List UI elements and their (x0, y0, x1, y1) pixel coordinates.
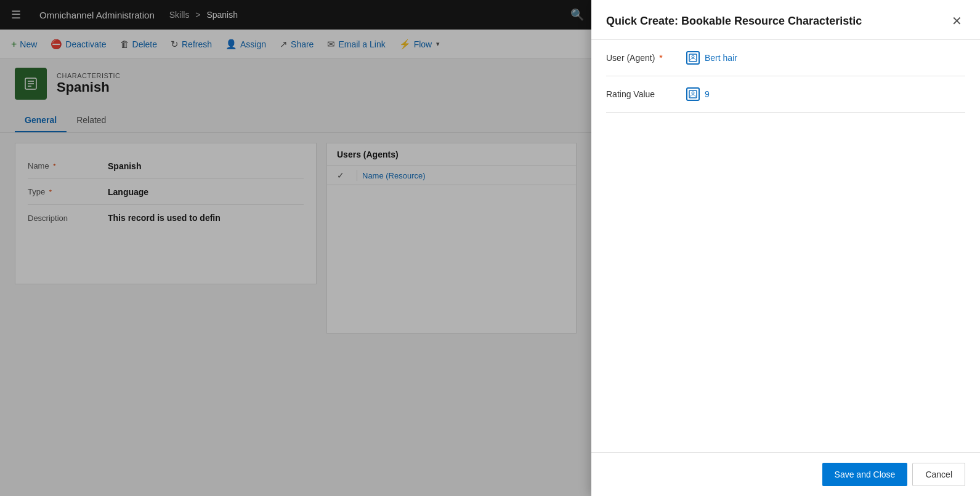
modal-title: Quick Create: Bookable Resource Characte… (606, 15, 862, 28)
modal-body: User (Agent) * Bert hair Rating Value (591, 40, 980, 452)
svg-point-7 (692, 92, 694, 94)
user-agent-label: User (Agent) * (606, 53, 686, 63)
rating-value-text: 9 (705, 89, 710, 99)
rating-value-field[interactable]: 9 (686, 87, 710, 101)
user-agent-text: Bert hair (705, 53, 737, 63)
save-and-close-button[interactable]: Save and Close (822, 463, 908, 486)
quick-create-panel: Quick Create: Bookable Resource Characte… (591, 0, 980, 496)
modal-header: Quick Create: Bookable Resource Characte… (591, 0, 980, 40)
modal-field-user-agent: User (Agent) * Bert hair (606, 40, 965, 76)
modal-field-rating: Rating Value 9 (606, 76, 965, 113)
user-agent-icon (686, 51, 700, 65)
cancel-button[interactable]: Cancel (912, 463, 965, 486)
svg-point-5 (692, 55, 694, 58)
close-button[interactable]: ✕ (948, 12, 965, 30)
modal-footer: Save and Close Cancel (591, 452, 980, 496)
rating-value-label: Rating Value (606, 89, 686, 99)
rating-icon (686, 87, 700, 101)
user-agent-required: * (659, 53, 662, 63)
user-agent-value[interactable]: Bert hair (686, 51, 737, 65)
